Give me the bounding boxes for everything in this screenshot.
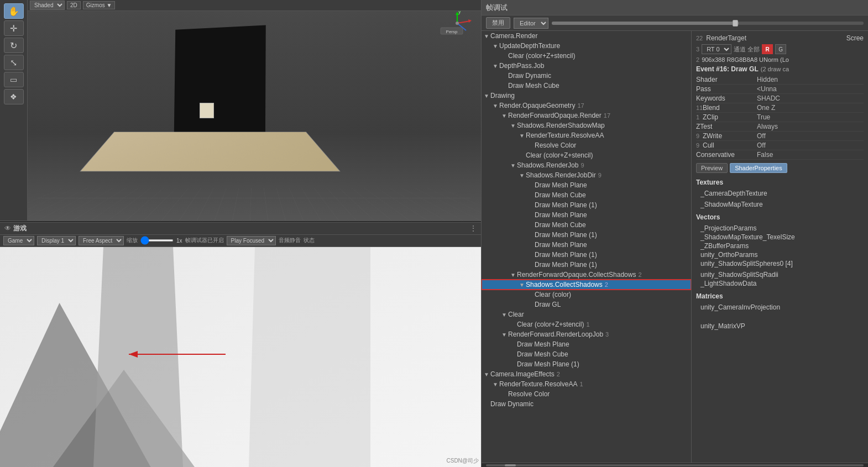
debugger-label: 帧调试器已开启 [185,237,224,244]
game-mode-dropdown[interactable]: Game [3,236,34,245]
rt-number-row: 22 RenderTarget Scree [696,34,864,42]
texture-item-2: _ShadowMapTexture [696,200,864,209]
shading-dropdown[interactable]: Shaded [30,1,65,10]
keywords-row: Keywords SHADC [696,94,864,103]
svg-marker-4 [468,19,472,23]
tree-row-clear-3[interactable]: ▼ Clear [482,309,691,319]
tree-row-shadows-collectshadows[interactable]: ▼ Shadows.CollectShadows 2 [482,280,691,290]
scene-wall-2 [249,247,370,468]
tree-row-dmp1-1[interactable]: Draw Mesh Plane (1) [482,200,691,210]
zclip-val: True [757,113,770,121]
tree-row-shadows-renderjob[interactable]: ▼ Shadows.RenderJob 9 [482,160,691,170]
2d-btn[interactable]: 2D [67,1,81,9]
res-row: 2 906x388 R8G8B8A8 UNorm (Lo [696,56,864,63]
fd-editor-dropdown[interactable]: Editor [514,18,548,29]
vector-item-2: _ShadowMapTexture_TexelSize [696,233,864,242]
tree-row-shadow-shadowmap[interactable]: ▼ Shadows.RenderShadowMap [482,120,691,130]
app-root: ✋ ✛ ↻ ⤡ ▭ ❖ [0,0,868,467]
ztest-row: ZTest Always [696,122,864,132]
scene-view: ✋ ✛ ↻ ⤡ ▭ ❖ [0,0,481,221]
tree-row-draw-dynamic-1[interactable]: Draw Dynamic [482,71,691,81]
tree-row-dmc-1[interactable]: Draw Mesh Cube [482,190,691,200]
more-btn[interactable]: ⋮ [470,224,477,232]
red-arrow [121,346,231,363]
tree-row-update-depth[interactable]: ▼ UpdateDepthTexture [482,41,691,51]
svg-text:y: y [458,11,461,14]
shader-props-tab-btn[interactable]: ShaderProperties [730,163,787,173]
display-dropdown[interactable]: Display 1 [37,236,76,245]
shader-key: Shader [696,76,757,83]
tree-row-clear-4[interactable]: Clear (color+Z+stencil) 1 [482,319,691,329]
blend-row: 11 Blend One Z [696,103,864,113]
scale-tool[interactable]: ⤡ [4,55,24,70]
tree-row-rf-opaque-render[interactable]: ▼ RenderForwardOpaque.Render 17 [482,111,691,120]
tree-row-dmp-loop-1[interactable]: Draw Mesh Plane [482,339,691,349]
fd-tree-panel: ▼ Camera.Render ▼ UpdateDepthTexture Cle… [482,31,692,463]
gizmos-btn[interactable]: Gizmos ▼ [83,1,116,9]
shader-row: Shader Hidden [696,75,864,85]
tree-row-depth-pass[interactable]: ▼ DepthPass.Job [482,61,691,71]
channel-label: 通道 全部 [734,45,760,54]
tree-row-clear-1[interactable]: Clear (color+Z+stencil) [482,51,691,61]
zwrite-val: Off [757,132,766,140]
game-view-header: 👁 游戏 ⋮ [0,223,481,235]
svg-text:Persp: Persp [446,29,458,34]
tree-row-drawing[interactable]: ▼ Drawing [482,91,691,101]
tree-row-clear-color[interactable]: Clear (color) [482,290,691,300]
tree-row-rt-resolveaa-2[interactable]: ▼ RenderTexture.ResolveAA 1 [482,379,691,389]
aspect-dropdown[interactable]: Free Aspect [79,236,124,245]
rotate-tool[interactable]: ↻ [4,38,24,53]
tree-row-dmc-loop[interactable]: Draw Mesh Cube [482,349,691,359]
fd-header: 帧调试 [482,0,868,15]
zclip-key: ZClip [703,113,757,121]
hand-tool[interactable]: ✋ [4,3,24,19]
tree-row-dmp-2[interactable]: Draw Mesh Plane [482,210,691,220]
tree-row-draw-mesh-cube-1[interactable]: Draw Mesh Cube [482,81,691,91]
tree-row-resolve-color-1[interactable]: Resolve Color [482,140,691,150]
scene-toolbar: Shaded 2D Gizmos ▼ [28,0,481,11]
rt-label: RenderTarget [706,34,746,42]
tree-row-camera-render[interactable]: ▼ Camera.Render [482,31,691,41]
tree-row-opaque-geo[interactable]: ▼ Render.OpaqueGeometry 17 [482,101,691,111]
tree-row-dmp-1[interactable]: Draw Mesh Plane [482,180,691,190]
event-label: Event #16: Draw GL [696,65,759,73]
fd-bottom-scroll[interactable] [482,463,868,467]
tree-row-dmp1-4[interactable]: Draw Mesh Plane (1) [482,260,691,270]
channel-r-btn[interactable]: R [762,44,773,54]
fd-enable-btn[interactable]: 禁用 [486,17,510,29]
svg-line-3 [457,21,470,23]
audio-label: 音频静音 [279,237,301,244]
tree-row-dmc-2[interactable]: Draw Mesh Cube [482,220,691,230]
floor-plane [80,132,340,171]
scale-slider[interactable] [140,239,174,242]
tree-row-rf-renderloopjob[interactable]: ▼ RenderForward.RenderLoopJob 3 [482,329,691,339]
vector-item-5: unity_ShadowSplitSpheres0 [4] [696,259,864,268]
tree-row-dmp1-2[interactable]: Draw Mesh Plane (1) [482,230,691,240]
rect-tool[interactable]: ▭ [4,72,24,87]
tree-row-rf-collectshadows[interactable]: ▼ RenderForwardOpaque.CollectShadows 2 [482,270,691,280]
play-mode-dropdown[interactable]: Play Focused [227,236,276,245]
shader-val: Hidden [757,76,778,83]
zwrite-key: ZWrite [703,132,757,140]
game-toolbar: Game Display 1 Free Aspect 缩放 1x 帧调试器已开启… [0,235,481,247]
channel-g-btn[interactable]: G [775,44,786,54]
tree-row-dmp1-loop[interactable]: Draw Mesh Plane (1) [482,359,691,369]
transform-tool[interactable]: ❖ [4,89,24,104]
tree-row-camera-imgeffects[interactable]: ▼ Camera.ImageEffects 2 [482,369,691,379]
preview-tab-btn[interactable]: Preview [696,163,728,173]
fd-toolbar: 禁用 Editor [482,15,868,31]
svg-point-6 [456,22,459,25]
tree-row-resolve-color-2[interactable]: Resolve Color [482,389,691,399]
tree-row-dmp-3[interactable]: Draw Mesh Plane [482,240,691,250]
game-canvas: CSDN@司少 [0,247,481,468]
tree-row-draw-dynamic-2[interactable]: Draw Dynamic [482,399,691,409]
tree-row-draw-gl[interactable]: Draw GL [482,300,691,309]
tree-row-rt-resolveaa-1[interactable]: ▼ RenderTexture.ResolveAA [482,130,691,140]
tree-row-clear-2[interactable]: Clear (color+Z+stencil) [482,150,691,160]
tree-row-shadows-renderjobdir[interactable]: ▼ Shadows.RenderJobDir 9 [482,170,691,180]
rt-value-dropdown[interactable]: RT 0 [702,44,731,54]
tree-row-dmp1-3[interactable]: Draw Mesh Plane (1) [482,250,691,260]
move-tool[interactable]: ✛ [4,20,24,36]
ztest-key: ZTest [696,123,757,130]
fd-slider[interactable] [552,22,864,25]
